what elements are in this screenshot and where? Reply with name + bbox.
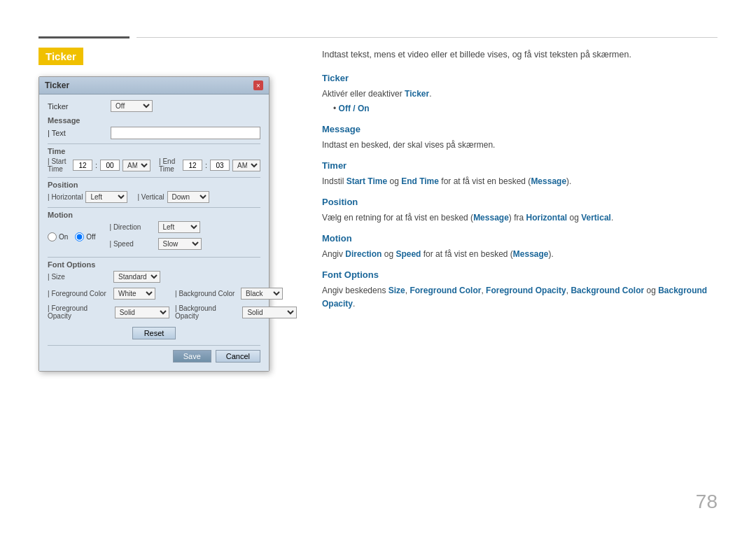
motion-row: On Off | Direction LeftRight	[48, 221, 260, 253]
fg-color-label: | Foreground Color	[48, 290, 111, 297]
right-ticker-section: Ticker Aktivér eller deaktiver Ticker. O…	[322, 71, 718, 115]
start-min-input[interactable]	[100, 160, 120, 171]
message-input[interactable]	[111, 127, 260, 139]
motion-desc: Angiv Direction og Speed for at få vist …	[322, 248, 718, 261]
dialog-titlebar: Ticker ×	[39, 77, 269, 94]
left-panel: Ticker Ticker × Ticker Off On Message | …	[38, 48, 304, 372]
cancel-button[interactable]: Cancel	[216, 350, 260, 363]
dialog-body: Ticker Off On Message | Text Time | Star…	[39, 94, 269, 371]
bg-color-label: | Background Color	[175, 290, 238, 297]
horizontal-label: | Horizontal	[48, 193, 83, 201]
top-line-dark	[38, 36, 130, 38]
message-desc: Indtast en besked, der skal vises på skæ…	[322, 139, 718, 152]
start-hour-input[interactable]	[73, 160, 92, 171]
section-title-box: Ticker	[38, 48, 83, 65]
text-label: | Text	[48, 129, 111, 137]
speed-label: | Speed	[110, 240, 155, 248]
message-heading: Message	[322, 122, 718, 137]
font-options-heading: Font Options	[322, 268, 718, 283]
right-message-section: Message Indtast en besked, der skal vise…	[322, 122, 718, 152]
position-desc: Vælg en retning for at få vist en besked…	[322, 211, 718, 225]
font-options-desc: Angiv beskedens Size, Foreground Color, …	[322, 284, 718, 311]
ticker-field-label: Ticker	[48, 102, 111, 111]
bg-opacity-select[interactable]: SolidTransparent	[242, 307, 297, 318]
right-panel: Indtast tekst, mens et video eller et bi…	[322, 48, 718, 312]
bg-color-row: | Background Color BlackWhite	[175, 288, 297, 300]
position-heading: Position	[322, 195, 718, 210]
fg-opacity-select[interactable]: SolidTransparent	[115, 307, 169, 318]
right-position-section: Position Vælg en retning for at få vist …	[322, 195, 718, 225]
message-row: | Text	[48, 127, 260, 139]
ticker-dialog: Ticker × Ticker Off On Message | Text	[38, 76, 270, 372]
size-label: | Size	[48, 273, 111, 281]
position-row: | Horizontal LeftRightCenter | Vertical …	[48, 191, 260, 203]
end-ampm-select[interactable]: AMPM	[232, 160, 260, 171]
dialog-title: Ticker	[45, 80, 69, 90]
vertical-label: | Vertical	[137, 193, 164, 201]
vertical-select[interactable]: DownUp	[167, 191, 209, 203]
fg-color-select[interactable]: WhiteBlack	[113, 288, 155, 300]
motion-on-item: On	[48, 232, 68, 241]
divider2	[48, 177, 260, 178]
end-hour-input[interactable]	[183, 160, 202, 171]
timer-heading: Timer	[322, 159, 718, 174]
top-line-light	[136, 37, 718, 38]
end-time-label: | End Time	[159, 157, 180, 173]
motion-radio-group: On Off	[48, 232, 96, 241]
speed-row: | Speed SlowMediumFast	[110, 238, 202, 250]
font-options-label: Font Options	[48, 260, 260, 269]
message-section-label: Message	[48, 116, 260, 125]
end-min-input[interactable]	[210, 160, 230, 171]
motion-on-label: On	[59, 233, 68, 241]
right-timer-section: Timer Indstil Start Time og End Time for…	[322, 159, 718, 188]
start-ampm-select[interactable]: AMPM	[122, 160, 150, 171]
bg-opacity-label: | Background Opacity	[175, 304, 239, 320]
direction-label: | Direction	[110, 223, 155, 231]
bg-color-select[interactable]: BlackWhite	[241, 288, 283, 300]
dialog-footer: Save Cancel	[48, 345, 260, 363]
fg-opacity-row: | Foreground Opacity SolidTransparent	[48, 304, 169, 320]
top-decoration	[38, 36, 718, 38]
horizontal-select[interactable]: LeftRightCenter	[85, 191, 127, 203]
motion-off-radio[interactable]	[75, 232, 84, 241]
motion-off-label: Off	[86, 233, 95, 241]
dialog-close-button[interactable]: ×	[253, 80, 263, 90]
time-section-label: Time	[48, 147, 260, 155]
position-section-label: Position	[48, 181, 260, 189]
reset-button[interactable]: Reset	[132, 327, 176, 339]
motion-on-radio[interactable]	[48, 232, 57, 241]
direction-select[interactable]: LeftRight	[158, 221, 200, 233]
right-motion-section: Motion Angiv Direction og Speed for at f…	[322, 232, 718, 261]
fg-opacity-label: | Foreground Opacity	[48, 304, 112, 320]
font-options-grid: | Size StandardSmallLarge | Foreground C…	[48, 271, 260, 323]
bg-opacity-row: | Background Opacity SolidTransparent	[175, 304, 297, 320]
save-button[interactable]: Save	[173, 350, 211, 363]
divider1	[48, 143, 260, 144]
page-number: 78	[696, 491, 718, 513]
start-time-label: | Start Time	[48, 157, 70, 173]
size-row: | Size StandardSmallLarge	[48, 271, 169, 283]
motion-heading: Motion	[322, 232, 718, 246]
speed-select[interactable]: SlowMediumFast	[158, 238, 202, 250]
time-row: | Start Time : AMPM | End Time : AMPM	[48, 157, 260, 173]
ticker-desc: Aktivér eller deaktiver Ticker.	[322, 87, 718, 101]
motion-section-label: Motion	[48, 211, 260, 219]
section-title: Ticker	[46, 50, 76, 62]
direction-row: | Direction LeftRight	[110, 221, 202, 233]
divider3	[48, 207, 260, 208]
right-font-options-section: Font Options Angiv beskedens Size, Foreg…	[322, 268, 718, 311]
fg-color-row: | Foreground Color WhiteBlack	[48, 288, 169, 300]
ticker-row: Ticker Off On	[48, 100, 260, 112]
divider4	[48, 257, 260, 258]
ticker-select[interactable]: Off On	[111, 100, 153, 112]
motion-off-item: Off	[75, 232, 95, 241]
ticker-heading: Ticker	[322, 71, 718, 86]
timer-desc: Indstil Start Time og End Time for at få…	[322, 175, 718, 188]
size-select[interactable]: StandardSmallLarge	[113, 271, 160, 283]
ticker-bullet: Off / On	[333, 102, 718, 115]
intro-text: Indtast tekst, mens et video eller et bi…	[322, 48, 718, 62]
